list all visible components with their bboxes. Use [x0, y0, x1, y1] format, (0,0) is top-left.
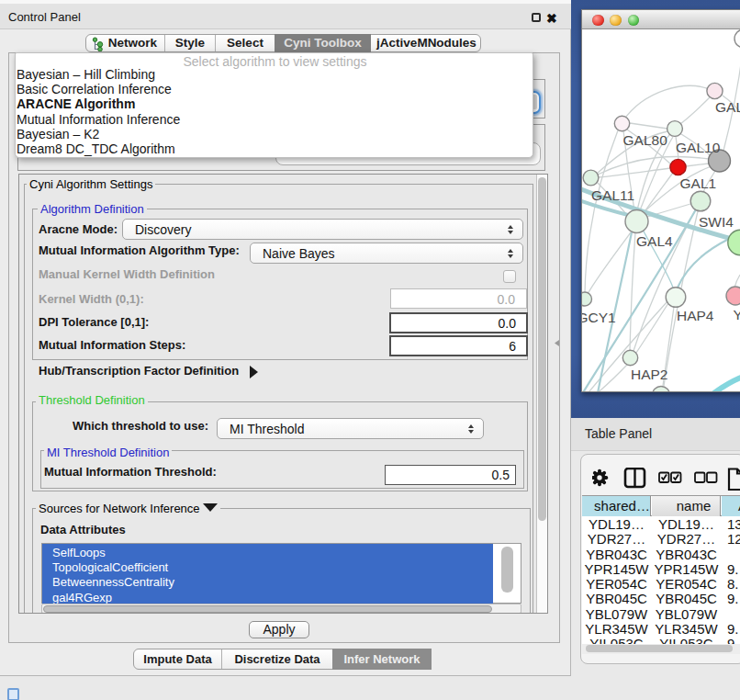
- svg-text:GAL1: GAL1: [680, 175, 717, 191]
- svg-text:Y: Y: [734, 307, 740, 322]
- svg-text:HAP4: HAP4: [677, 308, 714, 323]
- svg-text:GAL10: GAL10: [676, 140, 721, 155]
- svg-text:GAL7: GAL7: [715, 99, 740, 115]
- svg-text:SWI4: SWI4: [699, 214, 734, 230]
- svg-text:GAL80: GAL80: [623, 132, 668, 148]
- svg-text:HAP2: HAP2: [631, 367, 668, 382]
- svg-text:GAL11: GAL11: [591, 187, 634, 203]
- svg-text:GAL4: GAL4: [636, 233, 673, 249]
- svg-text:GCY1: GCY1: [582, 310, 616, 325]
